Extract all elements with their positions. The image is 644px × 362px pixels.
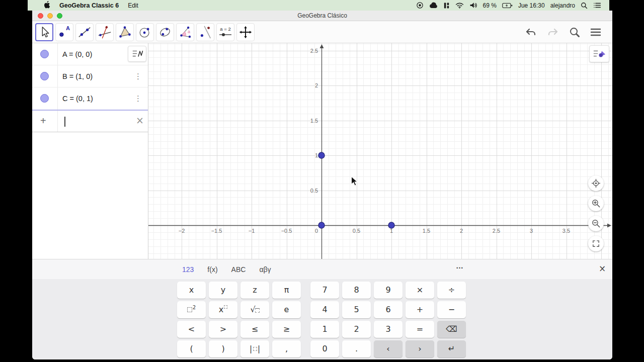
- wifi-icon[interactable]: [455, 2, 464, 9]
- display-bars-icon[interactable]: [443, 2, 450, 9]
- notification-list-icon[interactable]: [593, 2, 601, 9]
- tool-reflect-about-line[interactable]: [196, 23, 214, 41]
- point-A[interactable]: [318, 222, 325, 228]
- row-menu-icon-C[interactable]: ⋮: [132, 94, 144, 103]
- point-B[interactable]: [388, 222, 394, 228]
- redo-button[interactable]: [547, 27, 559, 37]
- cloud-icon[interactable]: [429, 2, 438, 9]
- key-9[interactable]: 9: [374, 282, 403, 299]
- menubar-clock[interactable]: Jue 16:30: [518, 2, 545, 9]
- visibility-marble-A[interactable]: [40, 50, 49, 58]
- graphics-canvas[interactable]: −2−1.5−1−0.50.511.522.533.50.511.522.50: [148, 43, 612, 259]
- undo-button[interactable]: [525, 27, 537, 37]
- clear-input-button[interactable]: ×: [136, 115, 144, 126]
- geogebra-window: GeoGebra Clásico A: [32, 11, 612, 359]
- algebra-expression-C: C = (0, 1): [62, 95, 93, 103]
- graphics-style-button[interactable]: [589, 45, 609, 62]
- tool-line[interactable]: [75, 23, 94, 41]
- key-+[interactable]: +: [406, 301, 434, 318]
- key-1[interactable]: 1: [310, 321, 339, 338]
- volume-icon[interactable]: [469, 2, 477, 9]
- key-=[interactable]: =: [406, 321, 434, 338]
- tool-circle-center-point[interactable]: [136, 23, 154, 41]
- key-×[interactable]: ×: [406, 282, 434, 299]
- zoom-out-button[interactable]: [588, 216, 604, 231]
- standard-view-button[interactable]: [588, 175, 604, 191]
- key-≥[interactable]: ≥: [272, 321, 301, 338]
- window-title: GeoGebra Clásico: [32, 12, 612, 19]
- key-z[interactable]: z: [240, 282, 269, 299]
- spotlight-search-icon[interactable]: [581, 2, 588, 9]
- algebra-row-B[interactable]: B = (1, 0) ⋮: [32, 65, 148, 87]
- menubar-menu-edit[interactable]: Edit: [128, 2, 138, 9]
- tool-move-graphics-view[interactable]: [236, 23, 255, 41]
- tool-point[interactable]: A: [55, 23, 73, 41]
- algebra-row-A[interactable]: A = (0, 0): [32, 43, 148, 65]
- key->[interactable]: >: [209, 321, 237, 338]
- keyboard-tab-123[interactable]: 123: [182, 265, 194, 274]
- graphics-view[interactable]: −2−1.5−1−0.50.511.522.533.50.511.522.50: [148, 43, 612, 259]
- key-6[interactable]: 6: [374, 301, 403, 318]
- key-backspace[interactable]: ⌫: [437, 321, 466, 338]
- fullscreen-button[interactable]: [588, 236, 604, 251]
- tool-slider[interactable]: a = 2: [216, 23, 234, 41]
- battery-charging-icon[interactable]: [502, 3, 513, 9]
- key-,[interactable]: ,: [272, 340, 301, 357]
- titlebar[interactable]: GeoGebra Clásico: [32, 11, 612, 21]
- key-x[interactable]: x: [177, 282, 206, 299]
- keyboard-close-button[interactable]: ×: [599, 263, 606, 274]
- key-cursor-right[interactable]: ›: [406, 340, 434, 357]
- keyboard-tab-fx[interactable]: f(x): [207, 265, 217, 274]
- svg-text:2: 2: [460, 228, 463, 234]
- search-button[interactable]: [569, 27, 580, 38]
- tool-ellipse[interactable]: [156, 23, 174, 41]
- key-4[interactable]: 4: [310, 301, 339, 318]
- keyboard-tab-abc[interactable]: ABC: [231, 265, 246, 274]
- menubar-app-name[interactable]: GeoGebra Classic 6: [59, 2, 119, 9]
- key-≤[interactable]: ≤: [240, 321, 269, 338]
- key-y[interactable]: y: [209, 282, 237, 299]
- visibility-marble-B[interactable]: [40, 72, 49, 80]
- algebra-style-button[interactable]: [128, 46, 146, 62]
- key-e[interactable]: e: [272, 301, 301, 318]
- tool-perpendicular-line[interactable]: [96, 23, 114, 41]
- main-menu-button[interactable]: [590, 28, 601, 37]
- row-menu-icon-B[interactable]: ⋮: [132, 72, 144, 81]
- key-2[interactable]: 2: [342, 321, 371, 338]
- tool-angle[interactable]: a: [176, 23, 194, 41]
- key-8[interactable]: 8: [342, 282, 371, 299]
- add-expression-button[interactable]: +: [40, 115, 46, 127]
- key-power2[interactable]: 2: [177, 301, 206, 318]
- key-([interactable]: (: [177, 340, 206, 357]
- key-3[interactable]: 3: [374, 321, 403, 338]
- svg-text:3: 3: [530, 228, 533, 234]
- key-7[interactable]: 7: [310, 282, 339, 299]
- key-÷[interactable]: ÷: [437, 282, 466, 299]
- key-<[interactable]: <: [177, 321, 206, 338]
- key-xpower[interactable]: x: [209, 301, 237, 318]
- visibility-marble-C[interactable]: [40, 94, 49, 103]
- key-cursor-left[interactable]: ‹: [374, 340, 403, 357]
- screen-recording-icon[interactable]: [416, 2, 424, 9]
- algebra-input-row[interactable]: + ×: [32, 110, 148, 132]
- key-.[interactable]: .: [342, 340, 371, 357]
- key-π[interactable]: π: [272, 282, 301, 299]
- menubar-user[interactable]: alejandro: [550, 2, 575, 9]
- macos-menubar: GeoGebra Classic 6 Edit 69 % Jue 1: [28, 0, 609, 11]
- key-sqrt[interactable]: √: [240, 301, 269, 318]
- point-C[interactable]: [318, 152, 325, 158]
- tool-polygon[interactable]: [116, 23, 134, 41]
- key-abs[interactable]: ||: [240, 340, 269, 357]
- algebra-expression-A: A = (0, 0): [62, 50, 92, 58]
- keyboard-more-button[interactable]: …: [456, 261, 464, 270]
- keyboard-tab-greek[interactable]: αβγ: [259, 265, 271, 274]
- key-enter[interactable]: ↵: [437, 340, 466, 357]
- zoom-in-button[interactable]: [588, 196, 604, 211]
- key-−[interactable]: −: [437, 301, 466, 318]
- tool-move-select[interactable]: [35, 23, 53, 41]
- key-0[interactable]: 0: [310, 340, 339, 357]
- apple-menu-icon[interactable]: [44, 1, 50, 10]
- key-)[interactable]: ): [209, 340, 237, 357]
- key-5[interactable]: 5: [342, 301, 371, 318]
- algebra-row-C[interactable]: C = (0, 1) ⋮: [32, 87, 148, 110]
